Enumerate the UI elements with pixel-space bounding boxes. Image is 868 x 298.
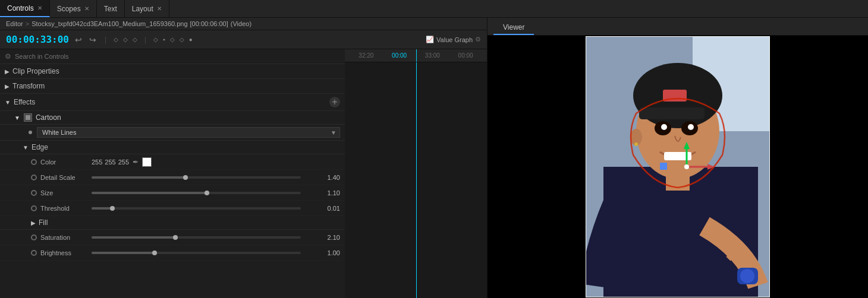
- keyframe-diamond-8[interactable]: ●: [189, 36, 193, 43]
- transform-chevron: ▶: [5, 83, 10, 90]
- timeline-area: 32:20 00:00 33:00 00:00: [345, 49, 487, 298]
- tab-scopes[interactable]: Scopes ✕: [50, 0, 97, 17]
- color-r[interactable]: 255: [92, 158, 102, 166]
- color-b[interactable]: 255: [118, 158, 129, 166]
- threshold-slider[interactable]: [92, 207, 301, 210]
- breadcrumb-editor: Editor: [6, 20, 23, 27]
- detail-scale-handle[interactable]: [183, 175, 188, 180]
- playhead-marker: [416, 49, 417, 62]
- threshold-label: Threshold: [40, 205, 88, 212]
- keyframe-diamond-4[interactable]: ◇: [153, 36, 158, 43]
- size-handle[interactable]: [205, 191, 209, 195]
- keyframe-diamond-6[interactable]: ◇: [170, 36, 175, 43]
- clip-properties-label: Clip Properties: [12, 67, 59, 75]
- threshold-handle[interactable]: [110, 206, 115, 211]
- breadcrumb-type: (Video): [231, 20, 251, 27]
- size-value[interactable]: 1.10: [304, 189, 340, 196]
- saturation-slider[interactable]: [92, 236, 301, 239]
- color-swatch[interactable]: [142, 157, 152, 167]
- size-keyframe-circle[interactable]: [31, 190, 37, 196]
- white-lines-dropdown-wrapper: White Lines Black Lines Color Lines ▼: [37, 127, 340, 138]
- size-track: [92, 192, 207, 194]
- color-keyframe-circle[interactable]: [31, 159, 37, 165]
- tab-scopes-close[interactable]: ✕: [84, 5, 89, 12]
- dropdown-dot-icon: [29, 131, 32, 134]
- keyframe-diamond-1[interactable]: ◇: [114, 36, 118, 43]
- brightness-keyframe-circle[interactable]: [31, 250, 37, 256]
- brightness-slider[interactable]: [92, 252, 301, 254]
- saturation-label: Saturation: [40, 234, 88, 241]
- effects-add-button[interactable]: +: [329, 97, 340, 107]
- value-graph-button[interactable]: 📈 Value Graph ⚙: [426, 36, 481, 43]
- section-clip-properties[interactable]: ▶ Clip Properties: [0, 64, 345, 79]
- effects-add-icon: +: [332, 97, 337, 107]
- tab-controls[interactable]: Controls ✕: [0, 0, 50, 17]
- cartoon-effect-row: ▼ Cartoon: [0, 111, 345, 125]
- saturation-track: [92, 236, 175, 239]
- ruler-mark-2: 00:00: [392, 52, 407, 59]
- keyframe-diamond-5[interactable]: ▪: [163, 36, 165, 43]
- svg-point-16: [740, 269, 754, 283]
- threshold-track: [92, 207, 112, 210]
- keyframe-diamond-7[interactable]: ◇: [180, 36, 184, 43]
- white-lines-dropdown[interactable]: White Lines Black Lines Color Lines: [37, 127, 340, 138]
- brightness-handle[interactable]: [152, 251, 157, 255]
- svg-point-9: [661, 124, 667, 130]
- saturation-handle[interactable]: [173, 235, 178, 240]
- detail-scale-slider[interactable]: [92, 176, 301, 179]
- threshold-keyframe-circle[interactable]: [31, 205, 37, 211]
- saturation-keyframe-circle[interactable]: [31, 234, 37, 240]
- current-timecode[interactable]: 00:00:33:00: [6, 34, 69, 45]
- timecode-bar: 00:00:33:00 ↩ ↪ | ◇ ◇ ◇ | ◇ ▪ ◇ ◇ ● 📈 Va…: [0, 30, 487, 49]
- edge-section-header[interactable]: ▼ Edge: [0, 141, 345, 154]
- viewer-tab[interactable]: Viewer: [493, 21, 534, 35]
- cartoon-chevron[interactable]: ▼: [14, 115, 20, 121]
- size-label: Size: [40, 189, 88, 196]
- timeline-ruler: 32:20 00:00 33:00 00:00: [345, 49, 487, 62]
- svg-point-10: [688, 124, 694, 130]
- size-slider[interactable]: [92, 192, 301, 194]
- svg-rect-21: [660, 163, 667, 170]
- value-graph-label: Value Graph: [436, 36, 473, 43]
- right-panel: Viewer: [488, 18, 868, 298]
- effects-label: Effects: [14, 98, 35, 106]
- cartoon-label: Cartoon: [36, 113, 61, 122]
- tab-layout[interactable]: Layout ✕: [125, 0, 169, 17]
- saturation-value[interactable]: 2.10: [304, 234, 340, 241]
- edge-chevron: ▼: [23, 144, 29, 151]
- tab-text[interactable]: Text: [97, 0, 125, 17]
- prop-color: Color 255 255 255 ✒: [0, 154, 345, 170]
- brightness-value[interactable]: 1.00: [304, 249, 340, 256]
- section-transform[interactable]: ▶ Transform: [0, 79, 345, 94]
- keyframe-diamond-3[interactable]: ◇: [133, 36, 137, 43]
- ruler-mark-4: 00:00: [458, 52, 473, 59]
- undo-button[interactable]: ↩: [74, 35, 83, 45]
- detail-scale-track: [92, 176, 185, 179]
- tc-sep1: |: [105, 36, 106, 44]
- keyframe-diamond-2[interactable]: ◇: [123, 36, 128, 43]
- threshold-value[interactable]: 0.01: [304, 205, 340, 212]
- eyedropper-icon[interactable]: ✒: [133, 158, 139, 166]
- brightness-label: Brightness: [40, 249, 88, 256]
- breadcrumb: Editor > Stocksy_txpfd042cd3EAm100_Mediu…: [0, 18, 487, 30]
- section-effects[interactable]: ▼ Effects +: [0, 94, 345, 111]
- tab-controls-close[interactable]: ✕: [37, 5, 42, 11]
- tc-sep2: |: [144, 36, 146, 44]
- video-frame: [586, 36, 770, 297]
- detail-scale-value[interactable]: 1.40: [304, 174, 340, 181]
- tab-scopes-label: Scopes: [57, 5, 81, 13]
- value-graph-extra-icon: ⚙: [475, 36, 481, 43]
- fill-label: Fill: [39, 218, 48, 227]
- cartoon-enable-checkbox[interactable]: [24, 113, 32, 122]
- color-g[interactable]: 255: [105, 158, 115, 166]
- detail-scale-keyframe-circle[interactable]: [31, 175, 37, 180]
- search-input[interactable]: [15, 53, 340, 60]
- tab-layout-label: Layout: [132, 5, 153, 13]
- cartoon-checkbox-inner: [26, 115, 30, 120]
- fill-section-header[interactable]: ▶ Fill: [0, 216, 345, 230]
- tab-layout-close[interactable]: ✕: [157, 5, 162, 12]
- edge-label: Edge: [32, 143, 48, 151]
- left-panel: Editor > Stocksy_txpfd042cd3EAm100_Mediu…: [0, 18, 488, 298]
- redo-button[interactable]: ↪: [88, 35, 98, 45]
- effects-chevron: ▼: [5, 99, 11, 106]
